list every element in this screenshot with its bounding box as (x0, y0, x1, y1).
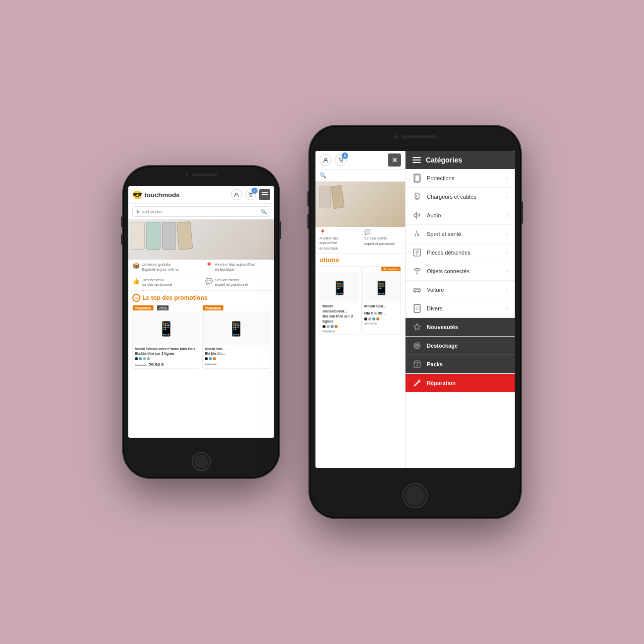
pickup-icon: 📍 (205, 262, 213, 269)
svg-point-1 (250, 196, 251, 197)
p1-search-bar: 🔍 (132, 206, 270, 217)
iphone2-vol-up[interactable] (307, 191, 309, 206)
p2-feature-pickup: 📍 A retirer dès aujourd'hui en boutique (315, 227, 360, 254)
feature-service-text: Service clientsexpert et passionné (215, 278, 248, 288)
discount-tag-1: -71% (157, 305, 169, 310)
user-icon-btn[interactable] (231, 189, 242, 200)
chargeurs-icon (413, 192, 422, 201)
cat-arrow-divers: › (506, 306, 508, 311)
h-line-3 (413, 162, 421, 163)
cart-icon-btn[interactable]: 1 (245, 189, 256, 200)
p2-promo-card-1[interactable]: 📱 Moshi SenseCover...Bla bla titre sur 2… (319, 266, 359, 335)
audio-icon (413, 211, 422, 220)
search-input[interactable] (136, 209, 259, 214)
cat-item-sport[interactable]: Sport et santé › (406, 225, 515, 244)
power-btn[interactable] (279, 221, 281, 239)
menu-line-2 (262, 194, 268, 195)
p2-product-price-2: 49.90 € (362, 321, 400, 327)
sidebar-title: Catégories (426, 156, 462, 164)
p2-user-icon-btn[interactable] (319, 154, 332, 166)
cat-label-audio: Audio (427, 212, 501, 218)
feature-refund: 👍 Très heureuxou vite remboursé (128, 275, 201, 291)
cat-label-connected: Objets connectés (427, 268, 501, 274)
voiture-icon (413, 285, 422, 294)
p2-service-icon: 💬 (364, 229, 401, 235)
p2-color-1 (323, 325, 326, 328)
svg-point-2 (252, 196, 253, 197)
svg-point-4 (340, 162, 341, 163)
promo-tag-1: Promotion (133, 305, 153, 310)
nouveautes-icon (413, 323, 422, 332)
p2-cart-icon-btn[interactable]: 2 (335, 154, 347, 166)
promo-img-2: 📱 (203, 312, 270, 345)
p2-app-area: 2 ✕ 🔍 (315, 151, 515, 468)
h-line-2 (413, 159, 421, 160)
p1-header: 😎 touchmods 1 (128, 186, 274, 204)
reparation-icon (413, 378, 422, 387)
logo-text: touchmods (144, 191, 180, 199)
cat-item-protections[interactable]: Protections › (406, 169, 515, 188)
promo-card-1[interactable]: Promotion -71% 📱 Moshi SenseCover iPhone… (132, 305, 200, 369)
p2-sidebar: Catégories Protections › (405, 151, 515, 468)
p2-color-2 (327, 325, 330, 328)
iphone2-home-button[interactable] (403, 483, 428, 508)
vol-down-btn[interactable] (121, 234, 123, 245)
promo-partial-text: otions (319, 256, 339, 264)
color-dot-6 (209, 357, 212, 360)
vol-up-btn[interactable] (121, 216, 123, 227)
p2-promo-card-2[interactable]: Promotion 📱 Moshi Sen... Bla bla titr... (361, 266, 401, 335)
speaker (192, 174, 217, 176)
cart-badge: 1 (252, 188, 258, 194)
iphone2-vol-down[interactable] (307, 214, 309, 229)
banner-phone-1 (131, 222, 145, 250)
p2-close-btn[interactable]: ✕ (388, 153, 401, 167)
cat-item-packs[interactable]: Packs (406, 355, 515, 374)
cat-item-divers[interactable]: Divers › (406, 299, 515, 318)
hamburger-icon[interactable] (413, 157, 421, 163)
packs-icon (413, 360, 422, 369)
protections-icon (413, 174, 422, 183)
old-price-2: 49.90 € (205, 362, 216, 366)
iphone2-power[interactable] (521, 201, 523, 224)
p2-color-5 (364, 317, 367, 320)
p2-product-name: Moshi SenseCover...Bla bla titre sur 2 l… (320, 303, 359, 325)
cat-item-voiture[interactable]: Voiture › (406, 281, 515, 299)
p2-color-3 (331, 325, 334, 328)
svg-point-5 (342, 162, 343, 163)
p2-pickup-text: A retirer dès aujourd'hui (319, 236, 356, 245)
menu-btn[interactable] (259, 189, 270, 200)
p2-product-colors (320, 325, 359, 329)
p2-banner-phones (315, 182, 405, 212)
cat-label-sport: Sport et santé (427, 231, 501, 237)
cat-item-nouveautes[interactable]: Nouveautés (406, 318, 515, 337)
cat-arrow-audio: › (506, 213, 508, 218)
cat-item-connected[interactable]: Objets connectés › (406, 262, 515, 281)
refund-icon: 👍 (132, 278, 140, 285)
promo-pct-icon: % (132, 294, 140, 302)
iphone1-home-button[interactable] (192, 452, 211, 471)
promo-title: % Le top des promotions (132, 294, 270, 302)
banner-phone-4 (177, 221, 193, 250)
feature-pickup: 📍 A retirer dès aujourd'huien boutique (201, 260, 274, 275)
cat-item-pieces[interactable]: Pièces détachées › (406, 244, 515, 262)
cat-item-reparation[interactable]: Réparation (406, 374, 515, 392)
iphone-1: 😎 touchmods 1 (123, 166, 279, 478)
promo-name-1: Moshi SenseCover iPhone 6/6s Plus Bla bl… (133, 345, 200, 356)
iphone1-screen: 😎 touchmods 1 (128, 186, 274, 438)
feature-pickup-text: A retirer dès aujourd'huien boutique (215, 262, 255, 272)
cat-label-divers: Divers (427, 305, 501, 311)
phone2-content: 2 ✕ 🔍 (315, 151, 515, 468)
cat-item-chargeurs[interactable]: Chargeurs et cables › (406, 188, 515, 206)
feature-delivery: 📦 Livraison gratuiteExpédié le jour-même (128, 260, 201, 275)
menu-line-1 (262, 192, 268, 193)
promo-card-2[interactable]: Promotion 📱 Moshi Sen...Bla bla titr... (202, 305, 270, 369)
sport-icon (413, 229, 422, 238)
p2-search-row: 🔍 (315, 170, 405, 182)
color-dot-7 (213, 357, 216, 360)
service-icon: 💬 (205, 278, 213, 285)
p2-color-8 (376, 317, 379, 320)
p2-search-icon: 🔍 (319, 172, 327, 179)
cat-item-destockage[interactable]: Destockage (406, 337, 515, 355)
cat-item-audio[interactable]: Audio › (406, 206, 515, 225)
promo-grid: Promotion -71% 📱 Moshi SenseCover iPhone… (132, 305, 270, 369)
